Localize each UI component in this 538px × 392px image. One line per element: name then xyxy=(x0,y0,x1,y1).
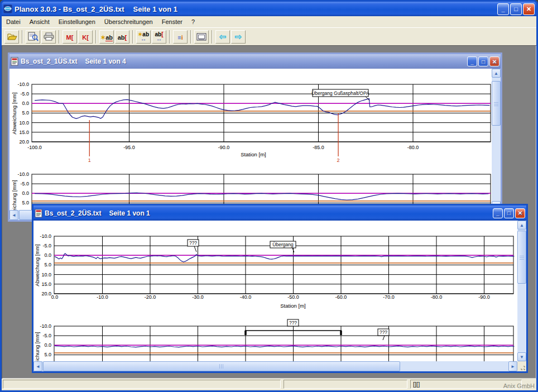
minimize-button[interactable]: _ xyxy=(497,3,509,15)
x-tick-label: -80.0 xyxy=(431,294,443,300)
mdi-workspace: Bs_ost_2_1ÜS.txt Seite 1 von 4 _ □ ✕ 12Ü… xyxy=(2,45,536,379)
y-axis-title: Abweichung [mm] xyxy=(34,244,40,286)
print-button[interactable] xyxy=(41,30,56,44)
ab-new-button[interactable]: ✶ab xyxy=(99,30,114,44)
screen-output-icon xyxy=(196,33,206,41)
y-tick-label: 5.0 xyxy=(44,352,51,357)
ab-width-edit-button[interactable]: ab[↔ xyxy=(152,30,166,44)
scroll-left-button[interactable]: ◄ xyxy=(33,361,42,371)
y-tick-label: -5.0 xyxy=(42,243,51,248)
close-icon: ✕ xyxy=(518,210,522,216)
nav-forward-button[interactable]: ⇨ xyxy=(231,30,246,44)
scroll-up-button[interactable]: ▲ xyxy=(517,221,526,230)
menu-item-?[interactable]: ? xyxy=(187,17,199,26)
x-tick-label: -30.0 xyxy=(192,294,204,300)
title-bar[interactable]: Planox 3.0.3 - Bs_ost_2_2ÜS.txt Seite 1 … xyxy=(2,2,536,16)
nav-back-button[interactable]: ⇦ xyxy=(215,30,230,44)
child1-vertical-scrollbar[interactable]: ▲ ▼ xyxy=(492,69,501,210)
annotation-text: ??? xyxy=(289,320,297,326)
minimize-icon: _ xyxy=(470,59,474,65)
scrollbar-thumb[interactable] xyxy=(517,231,526,284)
y-tick-label: 5.0 xyxy=(44,262,51,267)
child1-title-bar[interactable]: Bs_ost_2_1ÜS.txt Seite 1 von 4 _ □ ✕ xyxy=(9,54,501,69)
thumb-grip xyxy=(520,255,524,260)
x-tick-label: 0.0 xyxy=(51,294,59,300)
y-tick-label: -10.0 xyxy=(17,82,29,87)
company-label: Anix GmbH xyxy=(503,383,535,389)
m-marker-button[interactable]: M[ xyxy=(63,30,77,44)
toolbar-separator xyxy=(95,30,97,44)
window-title: Planox 3.0.3 - Bs_ost_2_2ÜS.txt xyxy=(15,5,124,13)
ab-width-new-icon: ✶ab↔ xyxy=(138,32,149,41)
nav-forward-icon: ⇨ xyxy=(235,32,242,42)
document-icon xyxy=(35,209,42,218)
open-file-icon xyxy=(7,32,17,41)
x-tick-label: -100.0 xyxy=(27,145,42,150)
y-tick-label: 0.0 xyxy=(44,252,51,258)
list-info-button[interactable]: ≡i xyxy=(173,30,188,44)
open-file-button[interactable] xyxy=(4,30,19,44)
scrollbar-thumb[interactable] xyxy=(492,81,501,126)
chart-plot: 12Übergang Gußasphalt/OPA-10.0-5.00.05.0… xyxy=(11,82,491,163)
child2-vertical-scrollbar[interactable]: ▲ ▼ xyxy=(517,221,526,361)
menu-item-einstellungen[interactable]: Einstellungen xyxy=(54,17,100,26)
child1-maximize-button[interactable]: □ xyxy=(478,56,488,66)
ab-edit-icon: ab[ xyxy=(118,32,127,42)
x-tick-label: -90.0 xyxy=(218,145,230,150)
ab-edit-button[interactable]: ab[ xyxy=(115,30,129,44)
child1-minimize-button[interactable]: _ xyxy=(467,56,477,66)
y-axis-title: Abweichung [mm] xyxy=(11,180,17,210)
maximize-icon: □ xyxy=(514,6,518,12)
resize-grip[interactable] xyxy=(517,361,526,371)
child1-close-button[interactable]: ✕ xyxy=(489,56,499,66)
scrollbar-thumb[interactable] xyxy=(43,361,400,371)
y-tick-label: -10.0 xyxy=(17,171,29,177)
child2-horizontal-scrollbar[interactable]: ◄ ► xyxy=(33,361,517,371)
maximize-icon: □ xyxy=(507,210,511,216)
y-tick-label: 5.0 xyxy=(22,110,29,116)
toolbar-separator xyxy=(212,30,213,44)
close-button[interactable]: ✕ xyxy=(523,3,535,15)
x-axis-title: Station [m] xyxy=(280,303,305,309)
maximize-icon: □ xyxy=(482,59,485,65)
k-marker-icon: K[ xyxy=(82,32,89,42)
toolbar-separator xyxy=(22,30,23,44)
print-preview-button[interactable] xyxy=(26,30,40,44)
menu-item-ansicht[interactable]: Ansicht xyxy=(25,17,54,26)
child2-title: Bs_ost_2_2ÜS.txt xyxy=(45,209,101,217)
y-axis-title: Abweichung [mm] xyxy=(34,332,40,361)
child2-maximize-button[interactable]: □ xyxy=(504,208,514,218)
minimize-icon: _ xyxy=(501,6,505,12)
child2-close-button[interactable]: ✕ xyxy=(515,208,525,218)
menu-item-datei[interactable]: Datei xyxy=(2,17,25,26)
scroll-left-button[interactable]: ◄ xyxy=(9,210,18,220)
child2-minimize-button[interactable]: _ xyxy=(493,208,503,218)
child-window-1: Bs_ost_2_1ÜS.txt Seite 1 von 4 _ □ ✕ 12Ü… xyxy=(8,52,502,222)
k-marker-button[interactable]: K[ xyxy=(78,30,93,44)
y-tick-label: 15.0 xyxy=(19,130,29,135)
x-tick-label: -70.0 xyxy=(383,294,395,300)
toolbar: M[K[✶abab[✶ab↔ab[↔≡i⇦⇨ xyxy=(2,27,536,45)
y-tick-label: 10.0 xyxy=(41,272,51,278)
annotation-text: ??? xyxy=(380,329,387,335)
chart-plot: ??????-10.0-5.00.05.010.015.020.00.0-10.… xyxy=(34,319,514,361)
screen-output-button[interactable] xyxy=(194,30,209,44)
planox-app-icon xyxy=(3,4,12,13)
x-tick-label: -90.0 xyxy=(478,294,490,300)
child-window-2: Bs_ost_2_2ÜS.txt Seite 1 von 1 _ □ ✕ ???… xyxy=(32,204,528,373)
close-icon: ✕ xyxy=(492,59,497,65)
y-tick-label: -5.0 xyxy=(20,91,29,97)
scroll-down-button[interactable]: ▼ xyxy=(517,352,526,361)
m-marker-icon: M[ xyxy=(66,32,74,42)
scroll-right-button[interactable]: ► xyxy=(508,361,517,371)
y-tick-label: 20.0 xyxy=(41,291,51,297)
menu-item-fenster[interactable]: Fenster xyxy=(157,17,187,26)
child2-title-bar[interactable]: Bs_ost_2_2ÜS.txt Seite 1 von 1 _ □ ✕ xyxy=(33,205,526,221)
child1-title: Bs_ost_2_1ÜS.txt xyxy=(21,58,77,65)
ab-new-icon: ✶ab xyxy=(100,32,113,42)
chart-canvas-window2: ???Übergang-10.0-5.00.05.010.015.020.00.… xyxy=(33,221,517,361)
scroll-up-button[interactable]: ▲ xyxy=(492,69,501,78)
maximize-button[interactable]: □ xyxy=(510,3,522,15)
ab-width-new-button[interactable]: ✶ab↔ xyxy=(136,30,151,44)
menu-item-berschreitungen[interactable]: Überschreitungen xyxy=(100,17,157,26)
